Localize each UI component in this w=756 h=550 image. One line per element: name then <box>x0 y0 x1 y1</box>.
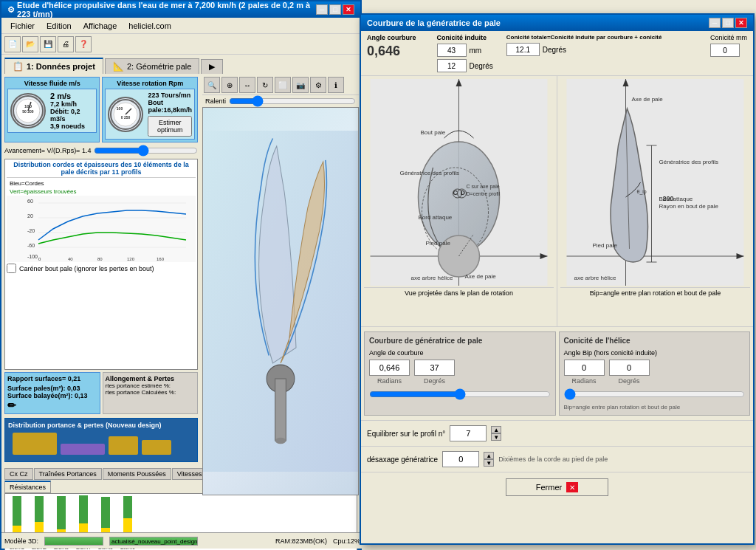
courbure-radians-input[interactable] <box>369 360 410 376</box>
zoom-in-btn[interactable]: ⊕ <box>221 77 238 93</box>
svg-text:60: 60 <box>27 199 33 204</box>
courbure-degrees-input[interactable] <box>414 360 455 376</box>
allongement-title: Allongement & Pertes <box>106 375 196 382</box>
desaxage-input[interactable] <box>442 451 479 467</box>
tab-resistances[interactable]: Résistances <box>4 481 51 493</box>
status-progress2: actualisé_nouveau_point_design <box>109 537 198 546</box>
menu-affichage[interactable]: Affichage <box>78 20 123 32</box>
conicite-section-title: Conicité de l'hélice <box>564 337 746 345</box>
controls-row: Courbure de génératrice de pale Angle de… <box>361 327 753 420</box>
equilibrer-input[interactable] <box>450 425 487 441</box>
edit-icon[interactable]: ✏ <box>7 399 16 411</box>
dialog-maximize[interactable]: □ <box>722 18 734 28</box>
conicite-radians-unit: Radians <box>571 377 596 385</box>
param-conicite-totale: Conicité totale=Conicité induite par cou… <box>506 34 700 72</box>
tab-trainees[interactable]: Traînées Portances <box>34 468 102 480</box>
param-conicite-mm: Conicité mm <box>710 34 747 72</box>
courbure-section: Courbure de génératrice de pale Angle de… <box>364 331 556 416</box>
desaxage-down-btn[interactable]: ▼ <box>484 459 494 467</box>
help-button[interactable]: ❓ <box>75 36 92 52</box>
conicite-mm-input[interactable] <box>710 44 740 57</box>
param-conicite-induite: Conicité induite mm Degrés <box>437 34 493 72</box>
dialog-titlebar: Courbure de la génératrice de pale ─ □ ✕ <box>361 15 753 31</box>
equilibrer-down-btn[interactable]: ▼ <box>491 433 501 441</box>
tab-cx-cz[interactable]: Cx Cz <box>4 468 33 480</box>
conicite-deg-unit: Degrés <box>470 62 493 70</box>
courbure-slider[interactable] <box>369 389 551 399</box>
estimer-button[interactable]: Estimer optimum <box>148 116 192 137</box>
chart-canvas: 60 20 -20 -60 -100 <box>7 196 196 262</box>
equilibrer-up-btn[interactable]: ▲ <box>491 426 501 433</box>
conicite-radians-box: Radians <box>564 360 605 385</box>
conicite-slider[interactable] <box>564 389 746 399</box>
chart-title: Distribution cordes et épaisseurs des 10… <box>7 161 196 178</box>
menu-fichier[interactable]: Fichier <box>4 20 41 32</box>
titlebar-buttons: ─ □ ✕ <box>316 4 354 15</box>
pan-btn[interactable]: ↔ <box>239 77 255 93</box>
svg-text:120: 120 <box>127 257 135 261</box>
svg-rect-52 <box>567 79 744 286</box>
svg-text:0: 0 <box>38 257 41 261</box>
conicite-totale-row: Degrés <box>506 43 700 56</box>
carener-checkbox[interactable] <box>7 264 16 273</box>
status-progress-fill <box>45 537 103 545</box>
tab-moments[interactable]: Moments Poussées <box>103 468 171 480</box>
vitesse-rotation-box: Vitesse rotation Rpm 100 0 250 <box>102 77 198 142</box>
courbure-degrees-unit: Degrés <box>424 377 445 385</box>
dialog-close[interactable]: ✕ <box>735 18 747 28</box>
svg-text:Axe de pale: Axe de pale <box>465 273 497 280</box>
dialog-minimize[interactable]: ─ <box>709 18 721 28</box>
equilibrer-section: Equilibrer sur le profil n° ▲ ▼ <box>361 420 753 446</box>
tab2-label: 2: Géométrie pale <box>127 62 191 71</box>
rotate-btn[interactable]: ↻ <box>257 77 273 93</box>
conicite-radians-input[interactable] <box>564 360 605 376</box>
conicite-mm-unit: mm <box>470 47 482 55</box>
courbure-slider-container <box>369 389 551 401</box>
ralenti-label: Ralenti <box>205 97 226 105</box>
avancement-slider[interactable] <box>94 146 198 155</box>
equilibrer-spinbtns: ▲ ▼ <box>491 426 501 441</box>
print-button[interactable]: 🖨 <box>58 36 74 52</box>
diagram-area: Bout pale Génératrice des profils C sur … <box>361 76 753 327</box>
svg-text:Génératrice des profils: Génératrice des profils <box>659 159 718 165</box>
conicite-degrees-box: Degrés <box>609 360 650 385</box>
fit-btn[interactable]: ⬜ <box>275 77 291 93</box>
rpm-gauge: 100 0 250 <box>108 97 143 132</box>
angle-courbure-sub-label: Angle de courbure <box>369 349 551 357</box>
modele-3d-label: Modèle 3D: <box>4 537 38 545</box>
conicite-induite-deg-input[interactable] <box>437 59 467 72</box>
settings-btn[interactable]: ⚙ <box>310 77 326 93</box>
menu-heliciel[interactable]: heliciel.com <box>123 20 176 32</box>
speed-values: 2 m/s 7,2 km/h Débit: 0,2 m3/s 3,9 noeud… <box>50 92 94 130</box>
desaxage-up-btn[interactable]: ▲ <box>484 452 494 459</box>
svg-text:C: C <box>453 189 458 196</box>
tab-donnees-projet[interactable]: 📋 1: Données projet <box>4 58 103 74</box>
photo-btn[interactable]: 📷 <box>292 77 309 93</box>
close-button[interactable]: ✕ <box>343 4 354 15</box>
save-button[interactable]: 💾 <box>40 36 56 52</box>
rpm-inner: 100 0 250 223 Tours/mn Bout pale:16,8km/… <box>105 89 195 140</box>
conicite-degrees-input[interactable] <box>609 360 650 376</box>
bar-green-6 <box>123 496 132 518</box>
conicite-induite-row2: Degrés <box>437 59 493 72</box>
carener-label: Caréner bout pale (ignorer les pertes en… <box>19 265 154 272</box>
maximize-button[interactable]: □ <box>329 4 341 15</box>
pertes-portance-estimee: rtes portance estimée %: <box>106 382 196 389</box>
zoom-btn[interactable]: 🔍 <box>204 77 220 93</box>
info-btn[interactable]: ℹ <box>328 77 344 93</box>
conicite-totale-input[interactable] <box>506 43 540 56</box>
minimize-button[interactable]: ─ <box>316 4 328 15</box>
new-button[interactable]: 📄 <box>4 36 21 52</box>
tab-geometrie-pale[interactable]: 📐 2: Géométrie pale <box>105 58 199 74</box>
svg-text:Génératrice des profils: Génératrice des profils <box>400 170 459 176</box>
conicite-induite-mm-input[interactable] <box>437 44 467 57</box>
svg-rect-25 <box>61 444 105 455</box>
cpu-status: Cpu:12% <box>333 537 360 545</box>
menu-edition[interactable]: Edition <box>41 20 78 32</box>
stats-row: Rapport surfaces= 0,21 Surface pales(m²)… <box>4 372 198 414</box>
tab-extra[interactable]: ▶ <box>201 59 223 74</box>
ralenti-slider[interactable] <box>229 97 356 106</box>
svg-text:Pied pale: Pied pale <box>593 242 618 249</box>
fermer-button[interactable]: Fermer ✕ <box>506 478 608 496</box>
open-button[interactable]: 📂 <box>22 36 38 52</box>
